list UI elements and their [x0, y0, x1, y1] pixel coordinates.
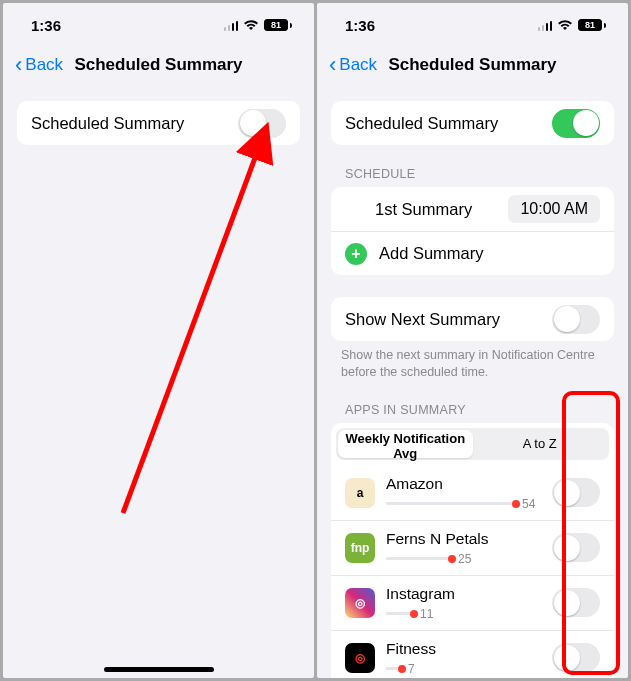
back-label: Back [339, 55, 377, 75]
app-row: ◎Instagram11 [331, 575, 614, 630]
app-icon: fnp [345, 533, 375, 563]
screenshot-right: 1:36 81 ‹ Back Scheduled Summary Schedul… [317, 3, 628, 678]
nav-bar: ‹ Back Scheduled Summary [3, 47, 314, 83]
scheduled-summary-toggle[interactable] [238, 109, 286, 138]
scheduled-summary-label: Scheduled Summary [345, 114, 498, 133]
notification-count: 11 [420, 607, 433, 621]
first-summary-time[interactable]: 10:00 AM [508, 195, 600, 223]
app-include-toggle[interactable] [552, 588, 600, 617]
app-row: fnpFerns N Petals25 [331, 520, 614, 575]
back-label: Back [25, 55, 63, 75]
chevron-left-icon: ‹ [15, 54, 22, 76]
app-name-label: Amazon [386, 475, 541, 493]
app-include-toggle[interactable] [552, 643, 600, 672]
scheduled-summary-row: Scheduled Summary [17, 101, 300, 145]
battery-icon: 81 [264, 19, 292, 31]
app-icon: ◎ [345, 588, 375, 618]
app-icon: a [345, 478, 375, 508]
back-button[interactable]: ‹ Back [15, 54, 63, 76]
notification-meter [386, 612, 414, 615]
back-button[interactable]: ‹ Back [329, 54, 377, 76]
screenshot-left: 1:36 81 ‹ Back Scheduled Summary Schedul… [3, 3, 314, 678]
notification-count: 25 [458, 552, 471, 566]
app-icon: ◎ [345, 643, 375, 673]
app-row: ◎Fitness7 [331, 630, 614, 678]
seg-weekly-avg[interactable]: Weekly Notification Avg [338, 430, 473, 458]
add-summary-label: Add Summary [379, 244, 484, 263]
scheduled-summary-label: Scheduled Summary [31, 114, 184, 133]
seg-a-to-z[interactable]: A to Z [473, 430, 608, 458]
sort-segmented[interactable]: Weekly Notification Avg A to Z [336, 428, 609, 460]
app-include-toggle[interactable] [552, 533, 600, 562]
schedule-header: SCHEDULE [317, 145, 628, 187]
app-include-toggle[interactable] [552, 478, 600, 507]
notification-meter [386, 502, 516, 505]
scheduled-summary-toggle[interactable] [552, 109, 600, 138]
chevron-left-icon: ‹ [329, 54, 336, 76]
app-name-label: Fitness [386, 640, 541, 658]
first-summary-row[interactable]: 1st Summary 10:00 AM [331, 187, 614, 231]
show-next-footnote: Show the next summary in Notification Ce… [317, 341, 628, 381]
notification-count: 7 [408, 662, 415, 676]
first-summary-label: 1st Summary [375, 200, 472, 219]
cellular-icon [224, 20, 239, 31]
status-bar: 1:36 81 [3, 3, 314, 47]
clock: 1:36 [345, 17, 375, 34]
notification-meter [386, 667, 402, 670]
cellular-icon [538, 20, 553, 31]
nav-bar: ‹ Back Scheduled Summary [317, 47, 628, 83]
app-name-label: Ferns N Petals [386, 530, 541, 548]
show-next-label: Show Next Summary [345, 310, 500, 329]
wifi-icon [243, 19, 259, 31]
annotation-arrow [103, 113, 293, 533]
show-next-toggle[interactable] [552, 305, 600, 334]
app-row: aAmazon54 [331, 466, 614, 520]
show-next-summary-row: Show Next Summary [331, 297, 614, 341]
notification-count: 54 [522, 497, 535, 511]
clock: 1:36 [31, 17, 61, 34]
add-summary-row[interactable]: + Add Summary [331, 231, 614, 275]
battery-icon: 81 [578, 19, 606, 31]
apps-header: APPS IN SUMMARY [317, 381, 628, 423]
svg-line-0 [123, 131, 265, 513]
app-name-label: Instagram [386, 585, 541, 603]
wifi-icon [557, 19, 573, 31]
scheduled-summary-row: Scheduled Summary [331, 101, 614, 145]
plus-icon: + [345, 243, 367, 265]
status-bar: 1:36 81 [317, 3, 628, 47]
notification-meter [386, 557, 452, 560]
home-indicator [104, 667, 214, 672]
